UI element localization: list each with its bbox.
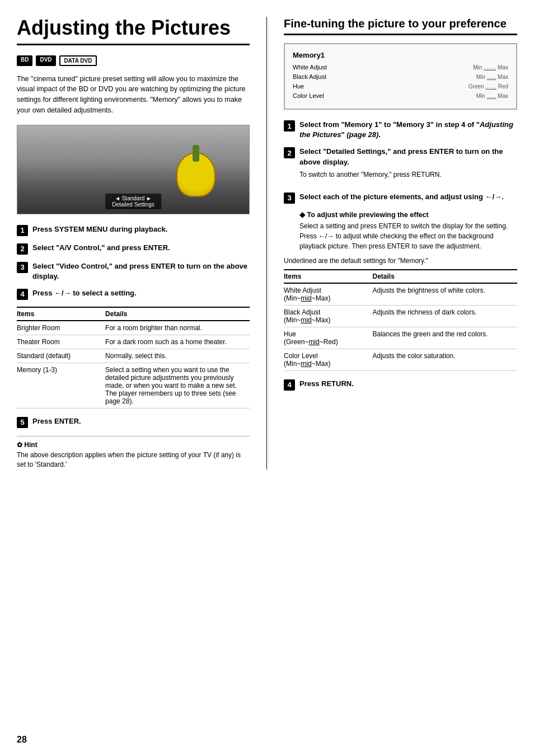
table-row: Memory (1-3) Select a setting when you w… bbox=[17, 363, 250, 408]
row-item: Brighter Room bbox=[17, 321, 105, 335]
step-3-num: 3 bbox=[17, 262, 28, 273]
row-detail: Balances the green and the red colors. bbox=[372, 327, 517, 349]
right-step-2-block: 2 Select "Detailed Settings," and press … bbox=[284, 147, 517, 185]
mem-label: White Adjust bbox=[293, 64, 343, 71]
bullet-title: To adjust while previewing the effect bbox=[299, 210, 517, 219]
row-item: Color Level(Min~mid~Max) bbox=[284, 349, 372, 370]
table-row: Brighter Room For a room brighter than n… bbox=[17, 321, 250, 335]
right-step-3-num: 3 bbox=[284, 192, 295, 204]
table-row: Standard (default) Normally, select this… bbox=[17, 349, 250, 363]
mem-row-hue: Hue Green .. . .. Red bbox=[293, 83, 508, 90]
page-number: 28 bbox=[17, 735, 27, 745]
right-step-1-num: 1 bbox=[284, 120, 295, 132]
step-4-num: 4 bbox=[17, 289, 28, 300]
memory-box: Memory1 White Adjust Min ........ Max Bl… bbox=[284, 43, 517, 110]
left-column: Adjusting the Pictures BD DVD DATA DVD T… bbox=[17, 17, 267, 469]
row-detail: For a dark room such as a home theater. bbox=[105, 335, 250, 349]
mem-label: Color Level bbox=[293, 92, 343, 99]
mem-row-black: Black Adjust Min ...... Max bbox=[293, 73, 508, 80]
mem-scale: Min ...... Max bbox=[343, 74, 508, 80]
row-item: Theater Room bbox=[17, 335, 105, 349]
step-1-num: 1 bbox=[17, 225, 28, 236]
table-row: White Adjust(Min~mid~Max) Adjusts the br… bbox=[284, 283, 517, 306]
right-col-details: Details bbox=[372, 270, 517, 283]
hint-label: Hint bbox=[24, 441, 37, 449]
mem-label: Hue bbox=[293, 83, 343, 90]
row-detail: For a room brighter than normal. bbox=[105, 321, 250, 335]
hint-title: ✿ Hint bbox=[17, 441, 250, 449]
mem-scale: Min ...... Max bbox=[343, 93, 508, 99]
row-detail: Adjusts the richness of dark colors. bbox=[372, 305, 517, 327]
main-title: Adjusting the Pictures bbox=[17, 17, 250, 45]
step-4-text: Press ←/→ to select a setting. bbox=[32, 288, 137, 298]
row-item: Standard (default) bbox=[17, 349, 105, 363]
right-settings-table: Items Details White Adjust(Min~mid~Max) … bbox=[284, 269, 517, 371]
screen-overlay: ◄ Standard ► Detailed Settings bbox=[105, 194, 161, 209]
col-details: Details bbox=[105, 307, 250, 321]
step-5-block: 5 Press ENTER. bbox=[17, 416, 250, 428]
row-item: White Adjust(Min~mid~Max) bbox=[284, 283, 372, 306]
right-step-1-block: 1 Select from "Memory 1" to "Memory 3" i… bbox=[284, 120, 517, 140]
step-2-block: 2 Select "A/V Control," and press ENTER. bbox=[17, 243, 250, 255]
hint-icon: ✿ bbox=[17, 441, 22, 449]
overlay-line2: Detailed Settings bbox=[112, 201, 154, 208]
row-detail: Select a setting when you want to use th… bbox=[105, 363, 250, 408]
badge-bd: BD bbox=[17, 55, 32, 66]
right-step-3-text: Select each of the picture elements, and… bbox=[299, 192, 504, 202]
right-section-title: Fine-tuning the picture to your preferen… bbox=[284, 17, 517, 35]
mem-row-white: White Adjust Min ........ Max bbox=[293, 64, 508, 71]
right-step-3-block: 3 Select each of the picture elements, a… bbox=[284, 192, 517, 204]
row-item: Hue(Green~mid~Red) bbox=[284, 327, 372, 349]
step-1-text: Press SYSTEM MENU during playback. bbox=[32, 224, 167, 234]
mem-scale: Green .. . .. Red bbox=[343, 83, 508, 90]
badge-data-dvd: DATA DVD bbox=[59, 55, 97, 66]
badge-dvd: DVD bbox=[36, 55, 55, 66]
table-row: Theater Room For a dark room such as a h… bbox=[17, 335, 250, 349]
right-step-1-text: Select from "Memory 1" to "Memory 3" in … bbox=[299, 120, 517, 140]
screen-image: ◄ Standard ► Detailed Settings bbox=[17, 125, 250, 214]
right-column: Fine-tuning the picture to your preferen… bbox=[267, 17, 517, 469]
row-detail: Adjusts the color saturation. bbox=[372, 349, 517, 370]
underline-note: Underlined are the default settings for … bbox=[284, 257, 517, 265]
sunflower-graphic bbox=[176, 152, 216, 197]
mem-scale: Min ........ Max bbox=[343, 64, 508, 71]
right-step-2-text: Select "Detailed Settings," and press EN… bbox=[299, 147, 517, 167]
step-5-num: 5 bbox=[17, 417, 28, 428]
right-col-items: Items bbox=[284, 270, 372, 283]
step-2-text: Select "A/V Control," and press ENTER. bbox=[32, 243, 170, 253]
table-row: Hue(Green~mid~Red) Balances the green an… bbox=[284, 327, 517, 349]
col-items: Items bbox=[17, 307, 105, 321]
step-1-block: 1 Press SYSTEM MENU during playback. bbox=[17, 224, 250, 236]
bullet-text: Select a setting and press ENTER to swit… bbox=[299, 221, 517, 251]
table-row: Black Adjust(Min~mid~Max) Adjusts the ri… bbox=[284, 305, 517, 327]
bullet-block: To adjust while previewing the effect Se… bbox=[299, 210, 517, 251]
step-2-num: 2 bbox=[17, 243, 28, 255]
right-step-2-num: 2 bbox=[284, 147, 295, 158]
right-step-4-num: 4 bbox=[284, 379, 295, 391]
intro-text: The "cinema tuned" picture preset settin… bbox=[17, 74, 250, 116]
table-row: Color Level(Min~mid~Max) Adjusts the col… bbox=[284, 349, 517, 370]
right-step-4-block: 4 Press RETURN. bbox=[284, 379, 517, 391]
hint-text: The above description applies when the p… bbox=[17, 450, 250, 469]
step-4-block: 4 Press ←/→ to select a setting. bbox=[17, 288, 250, 300]
step-3-text: Select "Video Control," and press ENTER … bbox=[32, 261, 250, 281]
row-item: Black Adjust(Min~mid~Max) bbox=[284, 305, 372, 327]
mem-label: Black Adjust bbox=[293, 73, 343, 80]
row-detail: Normally, select this. bbox=[105, 349, 250, 363]
row-item: Memory (1-3) bbox=[17, 363, 105, 408]
right-step-2-sub: To switch to another "Memory," press RET… bbox=[299, 170, 517, 180]
overlay-line1: ◄ Standard ► bbox=[112, 195, 154, 201]
settings-table: Items Details Brighter Room For a room b… bbox=[17, 307, 250, 408]
step-3-block: 3 Select "Video Control," and press ENTE… bbox=[17, 261, 250, 281]
badge-row: BD DVD DATA DVD bbox=[17, 55, 250, 66]
memory-box-title: Memory1 bbox=[293, 51, 508, 59]
step-5-text: Press ENTER. bbox=[32, 416, 81, 426]
row-detail: Adjusts the brightness of white colors. bbox=[372, 283, 517, 306]
hint-section: ✿ Hint The above description applies whe… bbox=[17, 436, 250, 469]
mem-row-color: Color Level Min ...... Max bbox=[293, 92, 508, 99]
right-step-4-text: Press RETURN. bbox=[299, 379, 354, 389]
